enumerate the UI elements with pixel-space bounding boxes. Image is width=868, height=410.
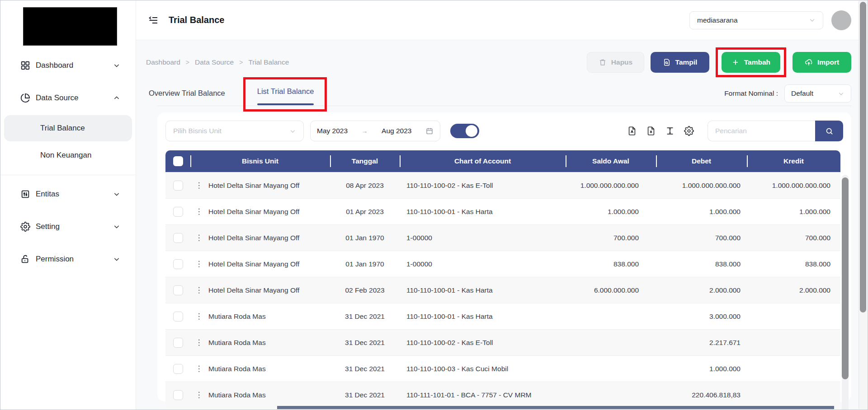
sidebar-item-trial-balance[interactable]: Trial Balance xyxy=(4,115,132,141)
column-header-saldo-awal[interactable]: Saldo Awal xyxy=(566,150,656,172)
tambah-button[interactable]: Tambah xyxy=(722,52,780,73)
main-area: Trial Balance mediasarana Dashboard > Da… xyxy=(136,0,868,410)
sidebar-item-label: Setting xyxy=(36,222,113,231)
cell-saldo-awal: 1.000.000 xyxy=(566,199,656,224)
row-kebab-menu-icon[interactable]: ⋮ xyxy=(191,181,207,190)
sidebar-item-non-keuangan[interactable]: Non Keuangan xyxy=(4,142,132,168)
page-title: Trial Balance xyxy=(169,15,224,25)
cell-bisnis-unit: Hotel Delta Sinar Mayang Off xyxy=(208,260,299,268)
page-scrollbar-track[interactable] xyxy=(859,1,867,409)
column-header-bisnis-unit[interactable]: Bisnis Unit xyxy=(190,150,330,172)
format-nominal-select[interactable]: Default xyxy=(784,84,851,102)
table-scrollbar-thumb[interactable] xyxy=(842,177,849,379)
row-kebab-menu-icon[interactable]: ⋮ xyxy=(191,233,207,242)
search-icon xyxy=(825,127,834,135)
cell-saldo-awal: 700.000 xyxy=(566,225,656,251)
row-kebab-menu-icon[interactable]: ⋮ xyxy=(191,390,207,400)
sidebar-item-label: Permission xyxy=(36,255,113,264)
cell-kredit xyxy=(747,382,840,408)
collapse-sidebar-icon[interactable] xyxy=(148,15,159,26)
avatar[interactable] xyxy=(831,10,851,30)
date-end: Aug 2023 xyxy=(382,127,411,135)
tab-overview-trial-balance[interactable]: Overview Trial Balance xyxy=(149,77,225,98)
column-header-debet[interactable]: Debet xyxy=(656,150,747,172)
row-kebab-menu-icon[interactable]: ⋮ xyxy=(191,312,207,321)
row-checkbox[interactable] xyxy=(173,259,183,269)
breadcrumb-separator: > xyxy=(239,59,243,66)
cell-chart-of-account: 110-111-101-01 - BCA - 7757 - CV MRM xyxy=(400,382,566,408)
date-range-picker[interactable]: May 2023 → Aug 2023 xyxy=(310,121,440,141)
import-button[interactable]: Import xyxy=(793,52,851,73)
row-checkbox[interactable] xyxy=(173,181,183,191)
bisnis-unit-select[interactable]: Pilih Bisnis Unit xyxy=(165,121,304,141)
row-checkbox[interactable] xyxy=(173,285,183,295)
sidebar-item-data-source[interactable]: Data Source xyxy=(0,82,136,114)
cell-tanggal: 01 Apr 2023 xyxy=(330,199,400,224)
sidebar-item-label: Data Source xyxy=(36,93,113,102)
cell-saldo-awal xyxy=(566,356,656,382)
row-height-icon[interactable] xyxy=(665,126,675,136)
cell-chart-of-account: 110-110-100-01 - Kas Harta xyxy=(400,277,566,303)
sidebar-item-setting[interactable]: Setting xyxy=(0,210,136,243)
search-input[interactable] xyxy=(708,121,815,141)
cell-bisnis-unit: Hotel Delta Sinar Mayang Off xyxy=(208,286,299,294)
cell-tanggal: 01 Jan 1970 xyxy=(330,251,400,277)
cell-debet: 220.406.818,83 xyxy=(656,382,747,408)
column-header-kredit[interactable]: Kredit xyxy=(747,150,840,172)
sidebar-item-dashboard[interactable]: Dashboard xyxy=(0,49,136,82)
toggle-switch[interactable] xyxy=(450,124,479,138)
chevron-down-icon xyxy=(113,223,120,230)
hapus-button[interactable]: Hapus xyxy=(587,52,644,73)
breadcrumb: Dashboard > Data Source > Trial Balance xyxy=(146,58,289,66)
app-logo xyxy=(23,7,117,46)
page-scrollbar-thumb[interactable] xyxy=(860,2,866,312)
row-kebab-menu-icon[interactable]: ⋮ xyxy=(191,364,207,373)
row-kebab-menu-icon[interactable]: ⋮ xyxy=(191,338,207,347)
select-all-checkbox[interactable] xyxy=(173,156,183,166)
chevron-down-icon xyxy=(113,191,120,198)
export-pdf-icon[interactable] xyxy=(627,126,637,136)
row-checkbox[interactable] xyxy=(173,338,183,348)
breadcrumb-separator: > xyxy=(186,59,189,66)
table-header: Bisnis Unit Tanggal Chart of Account Sal… xyxy=(165,150,840,172)
cell-debet: 838.000 xyxy=(656,251,747,277)
chevron-down-icon xyxy=(113,256,120,263)
cell-bisnis-unit: Hotel Delta Sinar Mayang Off xyxy=(208,208,299,216)
row-kebab-menu-icon[interactable]: ⋮ xyxy=(191,207,207,216)
row-checkbox[interactable] xyxy=(173,207,183,217)
breadcrumb-data-source[interactable]: Data Source xyxy=(195,58,234,66)
breadcrumb-dashboard[interactable]: Dashboard xyxy=(146,58,180,66)
row-kebab-menu-icon[interactable]: ⋮ xyxy=(191,285,207,295)
cell-bisnis-unit: Hotel Delta Sinar Mayang Off xyxy=(208,234,299,242)
cell-bisnis-unit: Mutiara Roda Mas xyxy=(208,391,266,399)
cell-chart-of-account: 1-00000 xyxy=(400,225,566,251)
tampil-button[interactable]: Tampil xyxy=(651,52,709,73)
column-header-chart-of-account[interactable]: Chart of Account xyxy=(400,150,566,172)
export-excel-icon[interactable] xyxy=(646,126,656,136)
search-button[interactable] xyxy=(815,121,843,141)
company-select[interactable]: mediasarana xyxy=(689,11,823,29)
chevron-down-icon xyxy=(113,62,120,69)
cell-kredit xyxy=(747,356,840,382)
cell-debet: 2.000.000 xyxy=(656,277,747,303)
table-settings-gear-icon[interactable] xyxy=(684,126,694,136)
row-checkbox[interactable] xyxy=(173,364,183,374)
table-row: ⋮Mutiara Roda Mas 31 Dec 2021 110-110-10… xyxy=(165,329,840,355)
cell-debet: 2.217.671 xyxy=(656,330,747,355)
row-checkbox[interactable] xyxy=(173,312,183,321)
sidebar-item-permission[interactable]: Permission xyxy=(0,243,136,275)
table-row: ⋮Hotel Delta Sinar Mayang Off 01 Apr 202… xyxy=(165,198,840,224)
dashboard-grid-icon xyxy=(20,61,30,70)
format-nominal-label: Format Nominal : xyxy=(724,89,778,98)
row-checkbox[interactable] xyxy=(173,233,183,243)
cell-tanggal: 01 Jan 1970 xyxy=(330,225,400,251)
table-row: ⋮Mutiara Roda Mas 31 Dec 2021 110-110-10… xyxy=(165,355,840,382)
cell-kredit: 838.000 xyxy=(747,251,840,277)
cell-debet: 700.000 xyxy=(656,225,747,251)
tab-list-trial-balance[interactable]: List Trial Balance xyxy=(257,87,314,96)
column-header-tanggal[interactable]: Tanggal xyxy=(330,150,400,172)
row-kebab-menu-icon[interactable]: ⋮ xyxy=(191,259,207,269)
horizontal-scrollbar[interactable] xyxy=(277,406,834,409)
sidebar-item-entitas[interactable]: Entitas xyxy=(0,178,136,210)
row-checkbox[interactable] xyxy=(173,390,183,400)
